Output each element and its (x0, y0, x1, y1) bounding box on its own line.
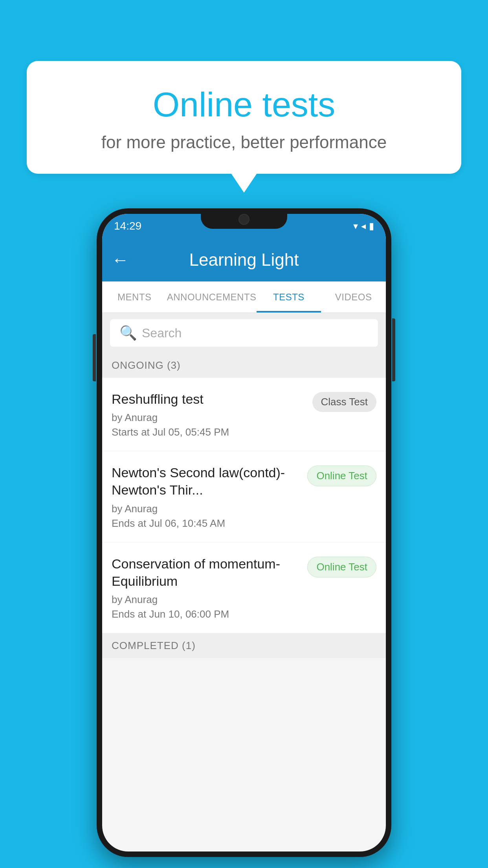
speech-bubble-container: Online tests for more practice, better p… (27, 61, 461, 174)
app-title: Learning Light (137, 250, 351, 270)
test-name-conservation: Conservation of momentum-Equilibrium (112, 555, 301, 590)
test-info-reshuffling: Reshuffling test by Anurag Starts at Jul… (112, 390, 306, 438)
test-item-conservation[interactable]: Conservation of momentum-Equilibrium by … (102, 542, 386, 633)
test-badge-reshuffling: Class Test (312, 392, 376, 412)
test-author-conservation: by Anurag (112, 594, 301, 606)
speech-bubble-subtitle: for more practice, better performance (46, 132, 442, 152)
phone-screen: 14:29 ▾ ◂ ▮ ← Learning Light MENTS ANNOU… (102, 214, 386, 851)
wifi-icon: ▾ (353, 221, 358, 232)
phone-notch (201, 208, 287, 229)
tab-ments[interactable]: MENTS (102, 281, 167, 313)
search-container: 🔍 Search (102, 313, 386, 353)
app-bar: ← Learning Light (102, 238, 386, 281)
status-icons: ▾ ◂ ▮ (353, 221, 374, 232)
test-author-newton: by Anurag (112, 503, 301, 515)
tab-videos[interactable]: VIDEOS (321, 281, 386, 313)
test-item-newton[interactable]: Newton's Second law(contd)-Newton's Thir… (102, 451, 386, 542)
test-badge-newton: Online Test (307, 465, 376, 486)
signal-icon: ◂ (361, 221, 366, 232)
test-name-reshuffling: Reshuffling test (112, 390, 306, 408)
ongoing-section-header: ONGOING (3) (102, 353, 386, 378)
phone-outer: 14:29 ▾ ◂ ▮ ← Learning Light MENTS ANNOU… (97, 208, 391, 857)
test-info-newton: Newton's Second law(contd)-Newton's Thir… (112, 464, 301, 529)
phone-button-right (392, 318, 395, 381)
back-button[interactable]: ← (112, 250, 129, 270)
tabs-bar: MENTS ANNOUNCEMENTS TESTS VIDEOS (102, 281, 386, 313)
phone-camera (238, 214, 250, 225)
test-time-conservation: Ends at Jun 10, 06:00 PM (112, 608, 301, 620)
test-time-newton: Ends at Jul 06, 10:45 AM (112, 517, 301, 530)
search-bar[interactable]: 🔍 Search (110, 319, 378, 347)
completed-section-header: COMPLETED (1) (102, 633, 386, 658)
test-item-reshuffling[interactable]: Reshuffling test by Anurag Starts at Jul… (102, 378, 386, 451)
phone-container: 14:29 ▾ ◂ ▮ ← Learning Light MENTS ANNOU… (97, 208, 391, 857)
test-author-reshuffling: by Anurag (112, 412, 306, 424)
screen-content: 🔍 Search ONGOING (3) Reshuffling test by… (102, 313, 386, 851)
tab-tests[interactable]: TESTS (257, 281, 321, 313)
test-info-conservation: Conservation of momentum-Equilibrium by … (112, 555, 301, 620)
status-time: 14:29 (114, 220, 141, 232)
speech-bubble: Online tests for more practice, better p… (27, 61, 461, 174)
phone-button-left (93, 334, 96, 381)
test-name-newton: Newton's Second law(contd)-Newton's Thir… (112, 464, 301, 498)
search-icon: 🔍 (119, 325, 137, 341)
search-placeholder: Search (142, 326, 182, 340)
speech-bubble-title: Online tests (46, 85, 442, 125)
tab-announcements[interactable]: ANNOUNCEMENTS (167, 281, 257, 313)
battery-icon: ▮ (369, 221, 374, 232)
test-time-reshuffling: Starts at Jul 05, 05:45 PM (112, 426, 306, 438)
test-list: Reshuffling test by Anurag Starts at Jul… (102, 378, 386, 658)
test-badge-conservation: Online Test (307, 557, 376, 577)
